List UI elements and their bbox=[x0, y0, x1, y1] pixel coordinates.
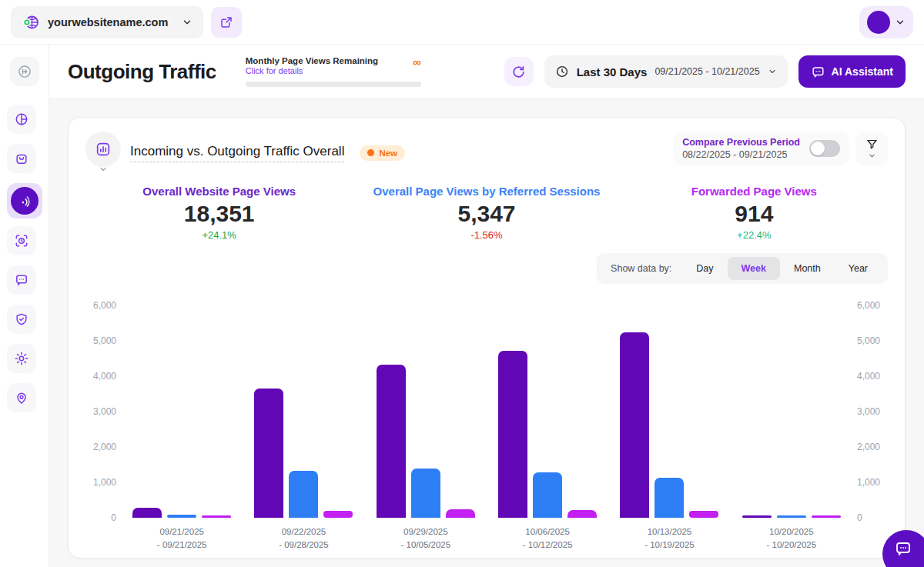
bar-website-page-views[interactable] bbox=[254, 389, 283, 518]
clock-icon bbox=[555, 65, 569, 78]
sidebar-item-security[interactable] bbox=[7, 305, 36, 334]
website-name: yourwebsitename.com bbox=[48, 16, 174, 28]
scan-icon bbox=[14, 233, 29, 248]
website-selector[interactable]: yourwebsitename.com bbox=[11, 6, 203, 38]
show-data-by-day[interactable]: Day bbox=[682, 257, 727, 280]
collapse-sidebar-button[interactable] bbox=[10, 57, 39, 86]
y-axis-tick: 6,000 bbox=[857, 300, 880, 311]
show-data-by-week[interactable]: Week bbox=[728, 257, 780, 280]
sidebar-item-location[interactable] bbox=[7, 383, 36, 412]
y-axis-tick: 3,000 bbox=[857, 406, 880, 417]
bar-referred-sessions[interactable] bbox=[654, 478, 684, 518]
chevron-down-icon bbox=[182, 17, 192, 28]
date-range-picker[interactable]: Last 30 Days 09/21/2025 - 10/21/2025 bbox=[544, 55, 788, 88]
account-menu[interactable] bbox=[859, 6, 913, 38]
chevron-down-icon bbox=[99, 165, 108, 174]
metric-delta: +24.1% bbox=[85, 229, 353, 241]
page-title: Outgoing Traffic bbox=[68, 60, 216, 84]
traffic-bar-chart: 6,0005,0004,0003,0002,0001,0000 09/21/20… bbox=[85, 305, 888, 551]
sidebar-item-outgoing-traffic[interactable] bbox=[7, 183, 42, 218]
y-axis-tick: 5,000 bbox=[93, 335, 116, 346]
compare-toggle[interactable] bbox=[809, 140, 840, 157]
pin-icon bbox=[14, 390, 29, 405]
show-data-by-month[interactable]: Month bbox=[780, 257, 835, 280]
bar-website-page-views[interactable] bbox=[498, 351, 527, 518]
y-axis-tick: 4,000 bbox=[93, 371, 116, 382]
sidebar-item-dashboard[interactable] bbox=[7, 105, 36, 134]
bar-forwarded-page-views[interactable] bbox=[812, 515, 841, 518]
y-axis-tick: 1,000 bbox=[93, 477, 116, 488]
chat-bubble-icon bbox=[811, 65, 825, 79]
x-axis-label: 10/06/2025- 10/12/2025 bbox=[523, 525, 573, 551]
y-axis-tick: 0 bbox=[111, 512, 116, 523]
sidebar-item-session-scan[interactable] bbox=[7, 226, 36, 255]
bar-referred-sessions[interactable] bbox=[777, 515, 806, 518]
bar-chart-icon bbox=[95, 141, 112, 158]
refresh-button[interactable] bbox=[504, 57, 534, 86]
chat-bubble-icon bbox=[894, 539, 912, 558]
traffic-overview-card: Incoming vs. Outgoing Traffic Overall Ne… bbox=[68, 117, 906, 559]
bar-group: 10/06/2025- 10/12/2025 bbox=[498, 305, 597, 551]
monthly-quota-widget: Monthly Page Views Remaining Click for d… bbox=[246, 56, 421, 88]
ai-assistant-button[interactable]: AI Assistant bbox=[798, 55, 906, 88]
sidebar-item-settings[interactable] bbox=[7, 344, 36, 373]
widget-menu-button[interactable] bbox=[85, 132, 121, 174]
bar-referred-sessions[interactable] bbox=[167, 515, 196, 518]
y-axis-tick: 2,000 bbox=[93, 442, 116, 452]
show-data-by-year[interactable]: Year bbox=[835, 257, 882, 280]
gear-icon bbox=[14, 351, 29, 366]
new-badge: New bbox=[360, 145, 405, 161]
sidebar-item-store[interactable] bbox=[7, 144, 36, 173]
bar-website-page-views[interactable] bbox=[620, 332, 649, 518]
metric-label: Overall Website Page Views bbox=[85, 185, 353, 198]
open-website-button[interactable] bbox=[211, 7, 242, 38]
external-link-icon bbox=[219, 15, 233, 29]
bar-forwarded-page-views[interactable] bbox=[567, 510, 597, 518]
bar-website-page-views[interactable] bbox=[377, 365, 406, 518]
x-axis-label: 09/22/2025- 09/28/2025 bbox=[279, 525, 329, 551]
quota-details-link[interactable]: Click for details bbox=[246, 66, 378, 75]
y-axis-tick: 3,000 bbox=[93, 406, 116, 417]
metric-label: Forwarded Page Views bbox=[621, 185, 888, 198]
filter-button[interactable] bbox=[855, 132, 888, 165]
sidebar-item-feedback-chat[interactable] bbox=[7, 265, 36, 295]
metric-label: Overall Page Views by Referred Sessions bbox=[353, 185, 620, 198]
bar-referred-sessions[interactable] bbox=[533, 472, 562, 518]
bar-referred-sessions[interactable] bbox=[411, 469, 440, 518]
chart-plot: 09/21/2025- 09/21/202509/22/2025- 09/28/… bbox=[121, 305, 852, 551]
metric-value: 914 bbox=[621, 201, 888, 227]
y-axis-tick: 4,000 bbox=[857, 371, 880, 382]
chevron-down-icon bbox=[768, 67, 777, 76]
metric-value: 5,347 bbox=[353, 201, 620, 227]
y-axis-tick: 1,000 bbox=[857, 477, 880, 488]
date-range-value: 09/21/2025 - 10/21/2025 bbox=[654, 66, 759, 77]
card-title: Incoming vs. Outgoing Traffic Overall bbox=[130, 144, 344, 162]
bar-forwarded-page-views[interactable] bbox=[202, 515, 231, 518]
y-axis-tick: 2,000 bbox=[857, 442, 880, 452]
bar-group: 10/20/2025- 10/20/2025 bbox=[742, 305, 841, 551]
y-axis-tick: 6,000 bbox=[93, 300, 116, 311]
x-axis-label: 09/21/2025- 09/21/2025 bbox=[157, 525, 207, 551]
bar-forwarded-page-views[interactable] bbox=[689, 511, 718, 518]
shopping-bag-icon bbox=[14, 151, 29, 166]
metric-delta: -1.56% bbox=[353, 229, 620, 241]
y-axis-right: 6,0005,0004,0003,0002,0001,0000 bbox=[852, 305, 888, 518]
quota-progress-bar bbox=[246, 82, 421, 87]
compare-previous-period[interactable]: Compare Previous Period 08/22/2025 - 09/… bbox=[673, 132, 849, 165]
bar-forwarded-page-views[interactable] bbox=[446, 509, 475, 518]
y-axis-left: 6,0005,0004,0003,0002,0001,0000 bbox=[85, 305, 121, 518]
funnel-icon bbox=[865, 138, 879, 151]
chevron-down-icon bbox=[868, 152, 876, 160]
infinity-icon: ∞ bbox=[413, 56, 421, 68]
bar-group: 10/13/2025- 10/19/2025 bbox=[620, 305, 718, 551]
y-axis-tick: 5,000 bbox=[857, 335, 880, 346]
website-globe-icon bbox=[22, 13, 40, 32]
show-data-by: Show data by: DayWeekMonthYear bbox=[597, 253, 888, 284]
bar-forwarded-page-views[interactable] bbox=[323, 511, 353, 518]
bar-website-page-views[interactable] bbox=[132, 508, 162, 518]
page-content: Incoming vs. Outgoing Traffic Overall Ne… bbox=[49, 99, 924, 567]
sidebar-nav-items bbox=[7, 105, 42, 422]
bar-website-page-views[interactable] bbox=[742, 515, 772, 518]
sidebar bbox=[0, 45, 49, 567]
bar-referred-sessions[interactable] bbox=[289, 471, 318, 518]
